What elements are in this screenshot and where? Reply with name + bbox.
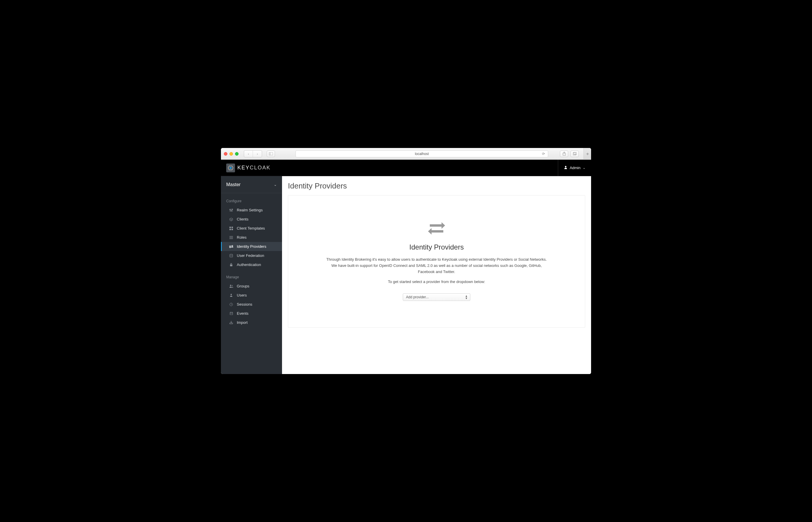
reload-icon[interactable]: ⟳	[542, 152, 545, 156]
svg-point-30	[231, 294, 232, 295]
database-icon	[229, 254, 233, 258]
empty-state-panel: Identity Providers Through Identity Brok…	[288, 195, 585, 328]
sidebar-item-authentication[interactable]: Authentication	[221, 260, 282, 269]
sidebar-item-label: Events	[237, 311, 249, 316]
sidebar-item-users[interactable]: Users	[221, 290, 282, 300]
forward-button[interactable]: ›	[253, 150, 262, 157]
chevron-down-icon: ⌄	[583, 166, 585, 169]
sidebar-item-events[interactable]: Events	[221, 309, 282, 318]
main-content: Identity Providers Identity Providers Th…	[282, 176, 591, 374]
realm-name: Master	[226, 182, 240, 187]
new-tab-button[interactable]: ＋	[583, 148, 591, 160]
sidebar-item-label: User Federation	[237, 253, 264, 258]
url-text: localhost	[415, 152, 429, 156]
empty-state-description-2: We have built-in support for OpenID Conn…	[325, 263, 548, 275]
page-title: Identity Providers	[288, 181, 585, 190]
maximize-window-button[interactable]	[235, 152, 238, 156]
svg-rect-32	[230, 313, 233, 315]
back-button[interactable]: ‹	[244, 150, 253, 157]
sidebar-item-label: Realm Settings	[237, 208, 263, 212]
cube-icon	[229, 218, 233, 221]
svg-point-13	[231, 210, 232, 211]
lock-icon	[229, 263, 233, 266]
sidebar-item-label: Client Templates	[237, 226, 265, 230]
svg-point-12	[230, 209, 231, 210]
dropdown-label: Add provider...	[406, 295, 429, 299]
exchange-icon	[229, 245, 233, 248]
svg-rect-27	[230, 264, 232, 266]
titlebar-right	[560, 150, 579, 157]
realm-selector[interactable]: Master ⌄	[221, 176, 282, 193]
import-icon	[229, 321, 233, 324]
sidebar-item-label: Groups	[237, 284, 249, 288]
address-bar[interactable]: localhost ⟳	[295, 150, 548, 157]
window-controls	[224, 152, 241, 156]
add-provider-dropdown[interactable]: Add provider... ▲▼	[403, 293, 470, 301]
sidebar-item-import[interactable]: Import	[221, 318, 282, 327]
svg-line-17	[231, 219, 233, 220]
sidebar-item-clients[interactable]: Clients	[221, 215, 282, 224]
share-button[interactable]	[560, 150, 568, 157]
svg-rect-4	[573, 153, 576, 155]
sidebar: Master ⌄ Configure Realm Settings Client…	[221, 176, 282, 374]
svg-point-14	[232, 209, 233, 209]
svg-rect-19	[229, 227, 231, 228]
brand-text: KEYCLOAK	[237, 165, 271, 171]
svg-line-16	[230, 219, 231, 220]
user-icon	[229, 294, 233, 297]
svg-rect-22	[232, 229, 233, 230]
tiles-icon	[229, 227, 233, 230]
sidebar-item-label: Import	[237, 320, 248, 325]
sidebar-item-label: Sessions	[237, 302, 252, 306]
sidebar-item-sessions[interactable]: Sessions	[221, 300, 282, 309]
sidebar-item-label: Authentication	[237, 262, 261, 267]
svg-point-26	[230, 254, 233, 255]
close-window-button[interactable]	[224, 152, 227, 156]
browser-titlebar: ‹ › localhost ⟳ ＋	[221, 148, 591, 160]
minimize-window-button[interactable]	[229, 152, 233, 156]
section-configure-label: Configure	[221, 193, 282, 205]
sidebar-item-user-federation[interactable]: User Federation	[221, 251, 282, 260]
sliders-icon	[229, 208, 233, 212]
user-icon	[564, 166, 567, 170]
user-menu[interactable]: Admin ⌄	[558, 160, 585, 176]
sidebar-item-identity-providers[interactable]: Identity Providers	[221, 242, 282, 251]
browser-window: ‹ › localhost ⟳ ＋ KEYCLOAK	[221, 148, 591, 374]
sidebar-item-label: Roles	[237, 235, 247, 240]
empty-state-instruction: To get started select a provider from th…	[325, 279, 548, 285]
chevron-down-icon: ⌄	[274, 183, 277, 187]
svg-point-29	[232, 285, 233, 286]
sidebar-item-label: Identity Providers	[237, 244, 266, 249]
svg-rect-0	[269, 153, 273, 155]
app-header: KEYCLOAK Admin ⌄	[221, 160, 591, 176]
sidebar-item-realm-settings[interactable]: Realm Settings	[221, 205, 282, 215]
svg-rect-21	[229, 229, 231, 230]
clock-icon	[229, 303, 233, 306]
svg-rect-5	[574, 152, 577, 155]
keycloak-logo-icon	[226, 163, 235, 172]
sidebar-item-client-templates[interactable]: Client Templates	[221, 224, 282, 233]
svg-point-28	[230, 285, 232, 286]
exchange-large-icon	[306, 222, 567, 235]
empty-state-description-1: Through Identity Brokering it's easy to …	[325, 257, 548, 263]
list-icon	[229, 236, 233, 239]
section-manage-label: Manage	[221, 269, 282, 282]
sidebar-item-label: Clients	[237, 217, 249, 221]
svg-rect-20	[232, 227, 233, 228]
tabs-button[interactable]	[571, 150, 579, 157]
sidebar-item-groups[interactable]: Groups	[221, 282, 282, 290]
sidebar-item-roles[interactable]: Roles	[221, 233, 282, 242]
users-icon	[229, 284, 233, 288]
empty-state-title: Identity Providers	[306, 243, 567, 251]
select-arrows-icon: ▲▼	[465, 295, 468, 299]
sidebar-item-label: Users	[237, 293, 247, 297]
svg-marker-7	[229, 167, 232, 169]
nav-buttons: ‹ ›	[244, 150, 262, 157]
calendar-icon	[229, 312, 233, 315]
user-label: Admin	[569, 166, 580, 170]
app-body: Master ⌄ Configure Realm Settings Client…	[221, 176, 591, 374]
svg-point-8	[565, 166, 566, 167]
brand[interactable]: KEYCLOAK	[226, 163, 271, 172]
sidebar-toggle[interactable]	[267, 150, 275, 157]
